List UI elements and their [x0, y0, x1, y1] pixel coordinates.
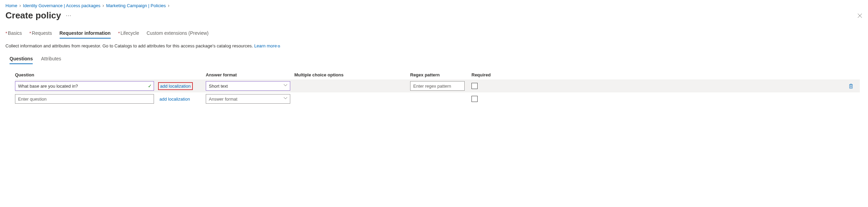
- answer-format-placeholder: Answer format: [209, 97, 237, 102]
- add-localization-link[interactable]: add localization: [158, 96, 191, 102]
- description-text: Collect information and attributes from …: [5, 43, 863, 48]
- chevron-down-icon: [284, 84, 287, 88]
- learn-more-link[interactable]: Learn more⧉: [254, 43, 280, 48]
- breadcrumb: Home Identity Governance | Access packag…: [5, 3, 863, 8]
- required-cell: [471, 96, 846, 102]
- required-cell: [471, 83, 846, 89]
- breadcrumb-separator: [103, 3, 104, 8]
- trash-icon: [849, 84, 853, 89]
- delete-row-button[interactable]: [846, 84, 860, 89]
- table-header: Question Answer format Multiple choice o…: [15, 70, 860, 79]
- regex-cell: [410, 81, 471, 91]
- required-indicator: *: [5, 31, 7, 36]
- close-icon: [857, 13, 862, 18]
- tab-lifecycle-label: Lifecycle: [121, 30, 139, 36]
- regex-input[interactable]: [410, 81, 465, 91]
- col-answer-format: Answer format: [206, 72, 294, 77]
- table-row: add localization Answer format: [15, 92, 860, 105]
- question-input[interactable]: [15, 81, 154, 91]
- tab-custom-ext-label: Custom extensions (Preview): [146, 30, 208, 36]
- answer-format-cell: Short text: [206, 81, 294, 91]
- tab-requestor-info-label: Requestor information: [60, 30, 111, 36]
- tab-requestor-information[interactable]: Requestor information: [60, 30, 111, 39]
- tab-lifecycle[interactable]: * Lifecycle: [118, 30, 139, 39]
- questions-table: Question Answer format Multiple choice o…: [15, 70, 860, 105]
- required-indicator: *: [29, 31, 31, 36]
- tab-basics-label: Basics: [8, 30, 22, 36]
- table-row: ✓ add localization Short text: [15, 79, 860, 92]
- answer-format-cell: Answer format: [206, 94, 294, 104]
- required-checkbox[interactable]: [471, 83, 478, 89]
- page-title: Create policy: [5, 10, 61, 21]
- close-button[interactable]: [857, 13, 863, 18]
- breadcrumb-home[interactable]: Home: [5, 3, 17, 8]
- question-input[interactable]: [15, 94, 154, 104]
- main-tabs: * Basics * Requests Requestor informatio…: [5, 30, 863, 39]
- answer-format-value: Short text: [209, 84, 228, 89]
- description-body: Collect information and attributes from …: [5, 43, 254, 48]
- tab-custom-extensions[interactable]: Custom extensions (Preview): [146, 30, 208, 39]
- add-localization-link[interactable]: add localization: [158, 82, 193, 90]
- more-actions-button[interactable]: ···: [66, 13, 71, 19]
- answer-format-select[interactable]: Short text: [206, 81, 290, 91]
- external-link-icon: ⧉: [278, 44, 280, 48]
- tab-requests-label: Requests: [32, 30, 52, 36]
- breadcrumb-identity-governance[interactable]: Identity Governance | Access packages: [23, 3, 100, 8]
- sub-tabs: Questions Attributes: [5, 56, 863, 64]
- answer-format-select[interactable]: Answer format: [206, 94, 290, 104]
- required-checkbox[interactable]: [471, 96, 478, 102]
- col-question: Question: [15, 72, 158, 77]
- title-row: Create policy ···: [5, 10, 863, 21]
- required-indicator: *: [118, 31, 120, 36]
- breadcrumb-separator: [168, 3, 170, 8]
- subtab-attributes[interactable]: Attributes: [41, 56, 61, 64]
- col-required: Required: [471, 72, 846, 77]
- breadcrumb-marketing-campaign[interactable]: Marketing Campaign | Policies: [106, 3, 166, 8]
- tab-basics[interactable]: * Basics: [5, 30, 22, 39]
- tab-requests[interactable]: * Requests: [29, 30, 52, 39]
- col-multiple-choice: Multiple choice options: [294, 72, 410, 77]
- subtab-questions[interactable]: Questions: [10, 56, 33, 64]
- localization-cell: add localization: [158, 97, 206, 102]
- localization-cell: add localization: [158, 84, 206, 89]
- col-regex: Regex pattern: [410, 72, 471, 77]
- question-cell: [15, 94, 158, 104]
- chevron-down-icon: [284, 97, 287, 101]
- breadcrumb-separator: [19, 3, 21, 8]
- question-cell: ✓: [15, 81, 158, 91]
